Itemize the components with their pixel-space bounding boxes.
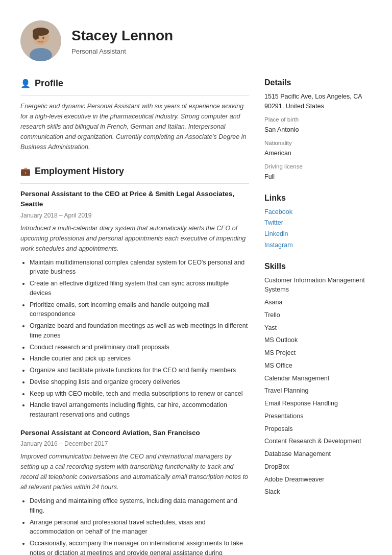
list-item: Maintain multidimensional complex calend… (30, 258, 249, 277)
skill-item: Yast (264, 323, 372, 333)
links-section: Links Facebook Twitter Linkedin Instagra… (264, 192, 372, 250)
skill-item: Database Management (264, 449, 372, 459)
header-info: Stacey Lennon Personal Assistant (71, 25, 173, 57)
skill-item: Proposals (264, 424, 372, 434)
link-linkedin[interactable]: Linkedin (264, 229, 372, 239)
svg-point-5 (37, 37, 39, 39)
pob-value: San Antonio (264, 125, 372, 135)
skill-item: DropBox (264, 462, 372, 472)
job-1-desc: Introduced a multi-calendar diary system… (20, 223, 249, 254)
list-item: Handle travel arrangements including fli… (30, 400, 249, 420)
link-twitter[interactable]: Twitter (264, 218, 372, 228)
skill-item: Content Research & Development (264, 437, 372, 446)
skill-item: Email Response Handling (264, 399, 372, 408)
job-2-bullets: Devising and maintaining office systems,… (20, 496, 249, 555)
header: Stacey Lennon Personal Assistant (20, 20, 372, 61)
employment-divider (20, 183, 249, 184)
skill-item: Presentations (264, 412, 372, 421)
left-column: 👤 Profile Energetic and dynamic Personal… (20, 77, 249, 555)
svg-point-6 (42, 37, 44, 39)
job-1-dates: January 2018 – April 2019 (20, 211, 249, 220)
profile-text: Energetic and dynamic Personal Assistant… (20, 101, 249, 152)
list-item: Create an effective digitized filing sys… (30, 279, 249, 298)
skill-item: Slack (264, 487, 372, 497)
list-item: Handle courier and pick up services (30, 354, 249, 364)
list-item: Keep up with CEO mobile, tech and media … (30, 389, 249, 399)
list-item: Organize and facilitate private function… (30, 366, 249, 375)
nationality-value: American (264, 149, 372, 158)
address: 1515 Pacific Ave, Los Angeles, CA 90291,… (264, 92, 372, 111)
skill-item: Adobe Dreamweaver (264, 475, 372, 485)
details-section: Details 1515 Pacific Ave, Los Angeles, C… (264, 77, 372, 182)
skill-item: Customer Information Management Systems (264, 276, 372, 295)
employment-icon: 💼 (20, 165, 31, 178)
job-2: Personal Assistant at Concord Aviation, … (20, 428, 249, 555)
pob-label: Place of birth (264, 115, 372, 124)
profile-icon: 👤 (20, 78, 31, 90)
resume-page: Stacey Lennon Personal Assistant 👤 Profi… (0, 0, 392, 555)
details-title: Details (264, 77, 372, 89)
list-item: Conduct research and preliminary draft p… (30, 343, 249, 352)
link-instagram[interactable]: Instagram (264, 240, 372, 250)
job-2-title: Personal Assistant at Concord Aviation, … (20, 428, 249, 438)
list-item: Devising and maintaining office systems,… (30, 496, 249, 516)
avatar (20, 20, 61, 61)
skill-item: Asana (264, 298, 372, 307)
skill-item: Calendar Management (264, 374, 372, 383)
profile-title: 👤 Profile (20, 77, 249, 90)
job-2-dates: January 2016 – December 2017 (20, 439, 249, 448)
skills-list: Customer Information Management SystemsA… (264, 276, 372, 497)
list-item: Prioritize emails, sort incoming emails … (30, 300, 249, 320)
right-column: Details 1515 Pacific Ave, Los Angeles, C… (264, 77, 372, 555)
profile-divider (20, 95, 249, 96)
candidate-title: Personal Assistant (71, 46, 173, 57)
job-1: Personal Assistant to the CEO at Price &… (20, 189, 249, 420)
skill-item: Travel Planning (264, 386, 372, 396)
link-facebook[interactable]: Facebook (264, 207, 372, 217)
employment-title: 💼 Employment History (20, 164, 249, 178)
candidate-name: Stacey Lennon (71, 25, 173, 46)
profile-section: 👤 Profile Energetic and dynamic Personal… (20, 77, 249, 152)
list-item: Organize board and foundation meetings a… (30, 321, 249, 341)
list-item: Arrange personal and professional travel… (30, 518, 249, 537)
skill-item: Trello (264, 310, 372, 320)
driving-value: Full (264, 172, 372, 182)
job-1-title: Personal Assistant to the CEO at Price &… (20, 189, 249, 210)
job-1-bullets: Maintain multidimensional complex calend… (20, 258, 249, 420)
job-2-desc: Improved communication between the CEO a… (20, 451, 249, 492)
skills-section: Skills Customer Information Management S… (264, 260, 372, 497)
list-item: Devise shopping lists and organize groce… (30, 377, 249, 387)
employment-section: 💼 Employment History Personal Assistant … (20, 164, 249, 555)
skill-item: MS Project (264, 348, 372, 358)
nationality-label: Nationality (264, 139, 372, 148)
skills-title: Skills (264, 260, 372, 273)
list-item: Occasionally, accompany the manager on i… (30, 539, 249, 555)
main-content: 👤 Profile Energetic and dynamic Personal… (20, 77, 372, 555)
driving-label: Driving license (264, 162, 372, 171)
skill-item: MS Outlook (264, 335, 372, 345)
skill-item: MS Office (264, 361, 372, 371)
links-title: Links (264, 192, 372, 204)
